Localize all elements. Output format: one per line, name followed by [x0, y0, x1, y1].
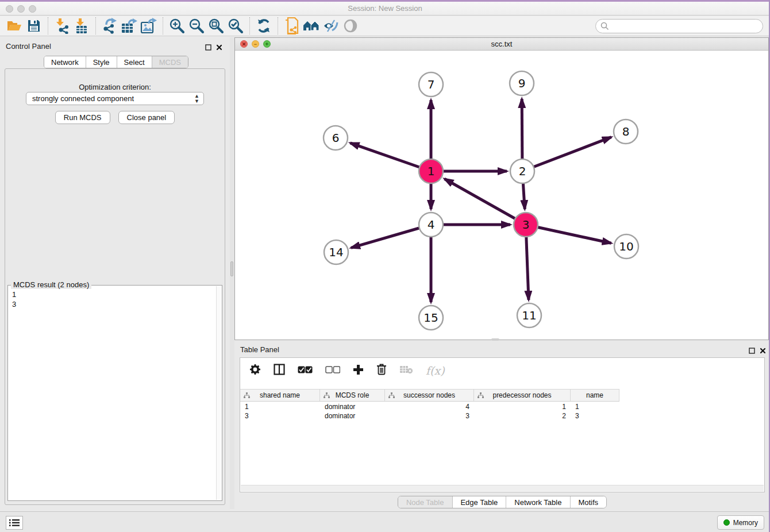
node-table: f(x) shared name MCDS role successor nod… — [240, 357, 765, 492]
cell-name[interactable]: 1 — [571, 402, 619, 411]
graph-node-label-2: 2 — [519, 164, 526, 178]
network-from-clipboard-icon[interactable] — [282, 17, 302, 35]
open-session-icon[interactable] — [5, 17, 24, 35]
import-network-icon[interactable] — [52, 17, 72, 35]
toolbar-separator — [48, 17, 48, 34]
panel-splitter[interactable] — [230, 37, 234, 509]
table-horizontal-scrollbar[interactable] — [241, 485, 764, 491]
app-titlebar: Session: New Session — [0, 2, 770, 16]
table-tabs: Node Table Edge Table Network Table Moti… — [398, 496, 607, 508]
tab-node-table[interactable]: Node Table — [398, 496, 453, 508]
cell-predecessor-nodes[interactable]: 2 — [474, 411, 571, 421]
deselect-all-icon[interactable] — [325, 365, 340, 376]
zoom-selected-icon[interactable] — [226, 17, 245, 35]
graph-node-label-3: 3 — [522, 218, 530, 232]
graph-edges[interactable] — [350, 99, 611, 302]
criterion-value: strongly connected component — [32, 94, 134, 103]
birds-eye-icon — [341, 17, 360, 35]
tab-style[interactable]: Style — [86, 56, 117, 68]
table-row[interactable]: 3 dominator 3 2 3 — [240, 411, 619, 421]
graph-node-label-4: 4 — [428, 218, 435, 232]
graph-node-label-1: 1 — [428, 164, 435, 178]
graph-node-label-10: 10 — [619, 240, 633, 253]
window-resize-grip[interactable] — [491, 338, 499, 341]
homes-icon[interactable] — [302, 17, 321, 35]
close-panel-icon[interactable] — [216, 43, 222, 53]
graph-node-label-14: 14 — [329, 245, 343, 259]
tab-motifs[interactable]: Motifs — [570, 496, 606, 508]
float-table-panel-icon[interactable] — [749, 346, 755, 356]
splitter-grip[interactable] — [230, 261, 233, 276]
cell-mcds-role[interactable]: dominator — [320, 411, 385, 421]
search-input[interactable] — [595, 19, 763, 33]
refresh-layout-icon[interactable] — [254, 17, 274, 35]
export-table-icon[interactable] — [120, 17, 139, 35]
cell-successor-nodes[interactable]: 3 — [385, 411, 474, 421]
tab-network[interactable]: Network — [44, 56, 86, 68]
network-canvas[interactable]: 7968124314101511 — [235, 51, 768, 340]
chevron-up-down-icon: ▲▼ — [194, 94, 199, 104]
gear-icon[interactable] — [249, 364, 261, 377]
column-header-predecessor-nodes[interactable]: predecessor nodes — [474, 390, 571, 401]
graph-node-label-9: 9 — [518, 76, 526, 90]
delete-table-icon — [399, 365, 413, 376]
cell-successor-nodes[interactable]: 4 — [385, 402, 474, 411]
network-window-titlebar[interactable]: ✕ − + scc.txt — [235, 38, 768, 51]
graph-edge-3-10[interactable] — [526, 225, 611, 243]
cell-predecessor-nodes[interactable]: 1 — [474, 402, 571, 411]
search-box — [595, 19, 763, 33]
run-mcds-button[interactable]: Run MCDS — [55, 111, 110, 124]
cell-mcds-role[interactable]: dominator — [320, 402, 385, 411]
add-column-icon[interactable] — [353, 364, 364, 377]
graph-node-label-7: 7 — [428, 78, 435, 91]
select-all-icon[interactable] — [298, 365, 313, 376]
list-icon — [9, 519, 20, 527]
main-toolbar — [0, 16, 770, 36]
tab-network-table[interactable]: Network Table — [506, 496, 570, 508]
tab-edge-table[interactable]: Edge Table — [452, 496, 506, 508]
control-panel: Control Panel Network Style Select MCDS … — [0, 37, 230, 509]
column-header-shared-name[interactable]: shared name — [240, 390, 320, 401]
cell-shared-name[interactable]: 3 — [240, 411, 320, 421]
close-panel-button[interactable]: Close panel — [118, 111, 175, 124]
table-toolbar: f(x) — [240, 358, 764, 383]
export-image-icon[interactable] — [139, 17, 159, 35]
graph-edge-2-8[interactable] — [522, 137, 611, 171]
memory-button[interactable]: Memory — [717, 515, 764, 530]
task-history-button[interactable] — [6, 516, 23, 530]
cell-shared-name[interactable]: 1 — [240, 402, 320, 411]
graph-edge-3-1[interactable] — [445, 179, 526, 225]
criterion-select[interactable]: strongly connected component ▲▼ — [26, 92, 204, 105]
window-title: Session: New Session — [0, 4, 770, 13]
table-panel-title: Table Panel — [240, 345, 279, 354]
export-network-icon[interactable] — [100, 17, 120, 35]
column-header-successor-nodes[interactable]: successor nodes — [385, 390, 474, 401]
table-panel: Table Panel — [234, 343, 770, 509]
zoom-in-icon[interactable] — [167, 17, 187, 35]
control-panel-tabs: Network Style Select MCDS — [44, 56, 188, 68]
delete-icon[interactable] — [376, 364, 387, 377]
toolbar-separator — [95, 17, 96, 34]
column-icon[interactable] — [274, 364, 285, 377]
graph-node-label-15: 15 — [424, 311, 438, 325]
import-table-icon[interactable] — [72, 17, 91, 35]
column-header-mcds-role[interactable]: MCDS role — [320, 390, 385, 401]
mcds-result-text[interactable]: 1 3 — [9, 287, 216, 500]
hide-details-icon[interactable] — [321, 17, 341, 35]
column-header-name[interactable]: name — [571, 390, 619, 401]
save-session-icon[interactable] — [24, 17, 44, 35]
table-row[interactable]: 1 dominator 4 1 1 — [240, 402, 619, 411]
close-table-panel-icon[interactable] — [760, 346, 766, 356]
control-panel-title: Control Panel — [6, 42, 51, 51]
float-panel-icon[interactable] — [205, 43, 211, 53]
tab-mcds[interactable]: MCDS — [152, 56, 188, 68]
cell-name[interactable]: 3 — [571, 411, 619, 421]
graph-edge-1-6[interactable] — [350, 143, 431, 171]
toolbar-separator — [278, 17, 278, 34]
zoom-fit-icon[interactable] — [206, 17, 226, 35]
optimization-criterion-label: Optimization criterion: — [5, 83, 225, 91]
result-scrollbar[interactable] — [216, 286, 221, 500]
graph-node-label-8: 8 — [622, 125, 630, 138]
tab-select[interactable]: Select — [117, 56, 152, 68]
zoom-out-icon[interactable] — [187, 17, 206, 35]
